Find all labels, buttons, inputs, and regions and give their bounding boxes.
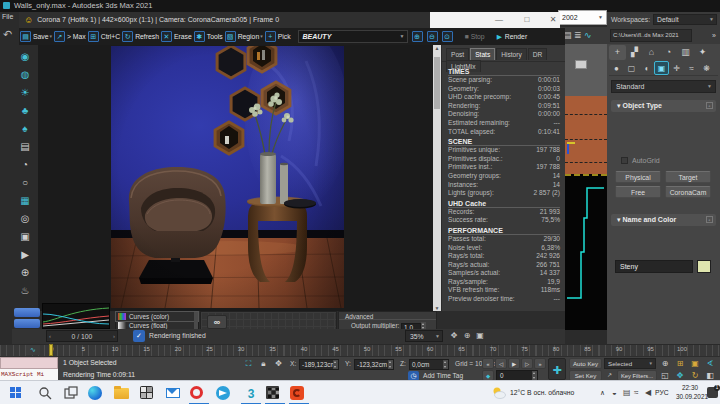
selection-set-dropdown[interactable]: Selected▼ (604, 358, 656, 369)
zoom-all-icon[interactable]: ⊞ (673, 358, 687, 369)
tray-display-icon[interactable]: ▤ (623, 388, 631, 397)
track-bar[interactable]: 0510152025303540455055606570758085909510… (0, 344, 720, 356)
tab-display[interactable]: ▥ (677, 45, 694, 60)
corona-light-material-icon[interactable]: ◎ (12, 210, 38, 228)
corona-interactive-icon[interactable]: ▶ (12, 246, 38, 264)
3dsmax-icon[interactable]: 3 (242, 384, 260, 402)
viewport-fragment[interactable] (565, 44, 607, 174)
autogrid-checkbox[interactable]: AutoGrid (621, 157, 660, 164)
vfb-titlebar[interactable]: ☺Corona 7 (Hotfix 1) | 442×600px (1:1) |… (19, 12, 430, 28)
x-coordinate-field[interactable]: -189,123cm (299, 359, 339, 370)
corona-teapot-icon[interactable]: ♨ (12, 282, 38, 300)
cat-spacewarps[interactable]: ≈ (684, 62, 699, 76)
opera-icon[interactable] (190, 384, 208, 402)
region-button[interactable]: ▧Region▾ (225, 30, 263, 43)
cat-geometry[interactable]: ● (609, 62, 624, 76)
rollout-object-type[interactable]: ▾ Object Type▫ (611, 100, 716, 112)
go-start-button[interactable]: « (482, 358, 494, 369)
cat-cameras[interactable]: ▣ (654, 61, 669, 75)
weather-text[interactable]: 12°C В осн. облачно (510, 389, 574, 396)
to-max-button[interactable]: ↗> Max (54, 30, 86, 43)
map-type-item[interactable]: Curves (color) (116, 312, 198, 321)
rollout-name-color[interactable]: ▾ Name and Color▫ (611, 214, 716, 226)
undo-icon[interactable]: ↶ (3, 28, 12, 41)
vfb-tab-post[interactable]: Post (446, 48, 469, 60)
store-icon[interactable] (140, 384, 158, 402)
vfb-tab-dr[interactable]: DR (528, 48, 548, 60)
tray-expand-icon[interactable]: ∧ (600, 389, 605, 397)
search-icon[interactable]: ∞ (207, 315, 227, 329)
spinner[interactable] (443, 360, 448, 369)
tray-network-icon[interactable]: ≈ (634, 388, 638, 397)
edge-icon[interactable] (88, 384, 106, 402)
corona-region-icon[interactable]: ▣ (12, 228, 38, 246)
isolate-selection-icon[interactable]: ⛶ (243, 359, 254, 369)
refresh-button[interactable]: ↻Refresh (122, 30, 159, 43)
menu-file[interactable]: File (2, 13, 13, 20)
minimize-button[interactable]: — (488, 12, 510, 28)
next-frame-button[interactable]: ▷ (521, 358, 533, 369)
tools-button[interactable]: ✱Tools (194, 30, 223, 43)
go-end-button[interactable]: » (534, 358, 546, 369)
task-view-icon[interactable] (62, 384, 80, 402)
region-tool-icon[interactable]: ▣ (474, 330, 486, 342)
zoom-tool-icon[interactable]: ⊕ (461, 330, 473, 342)
button-target[interactable]: Target (665, 171, 711, 183)
zoom-extents-icon[interactable]: ▣ (688, 358, 702, 369)
stop-button[interactable]: ■Stop (457, 30, 485, 43)
telegram-icon[interactable] (216, 384, 234, 402)
zoom-fit-button[interactable]: ⊙ (442, 30, 455, 43)
corona-light-icon[interactable]: ◍ (12, 66, 38, 84)
play-button[interactable]: ▶ (508, 358, 520, 369)
cat-shapes[interactable]: ▢ (624, 62, 639, 76)
corona-proxy-icon[interactable]: ♠ (12, 120, 38, 138)
fov-icon[interactable]: ∢ (703, 358, 717, 369)
toolbar-overflow[interactable]: » (712, 27, 716, 44)
vfb-tab-history[interactable]: History (496, 48, 527, 60)
create-key-button[interactable]: ✚ (548, 358, 566, 380)
vfb-tab-stats[interactable]: Stats (470, 48, 495, 60)
close-button[interactable]: ✕ (542, 12, 564, 28)
cat-lights[interactable]: ◖ (639, 62, 654, 76)
mini-curve-editor-toggle[interactable]: ∿ (26, 345, 40, 355)
corona-layered-material-icon[interactable]: ▦ (12, 192, 38, 210)
zoom-out-button[interactable]: ⊖ (427, 30, 440, 43)
object-name-field[interactable]: Steny (615, 260, 693, 273)
corona-ring-icon[interactable]: ○ (12, 174, 38, 192)
tab-hierarchy[interactable]: ⌂ (643, 45, 660, 60)
corona-bitmap-icon[interactable]: ▤ (12, 138, 38, 156)
layers-icon[interactable]: ≣ (574, 30, 582, 40)
corona-target-icon[interactable]: ⊕ (12, 264, 38, 282)
blue-button[interactable] (14, 319, 40, 328)
blue-button[interactable] (14, 308, 40, 317)
button-coronacam[interactable]: CoronaCam (665, 186, 711, 198)
maximize-button[interactable]: □ (516, 12, 538, 28)
render-button[interactable]: ▶Render (487, 30, 528, 43)
language-indicator[interactable]: РУС (655, 389, 669, 404)
scrollbar-thumb[interactable] (434, 57, 440, 109)
pick-button[interactable]: +Pick (265, 30, 291, 43)
notification-icon[interactable]: 1 (707, 387, 718, 398)
zoom-in-button[interactable]: ⊕ (412, 30, 425, 43)
corona-scatter-icon[interactable]: ♣ (12, 102, 38, 120)
clock[interactable]: 22:30 30.09.2021 (676, 384, 704, 401)
scroll-up-icon[interactable]: ▲ (433, 45, 441, 51)
vfb-zoom-dropdown[interactable]: 35%▼ (405, 330, 443, 342)
maxscript-mini-listener[interactable] (0, 357, 58, 369)
spinner[interactable] (333, 360, 338, 369)
selection-lock-icon[interactable]: 🔒︎ (258, 359, 269, 369)
save-button[interactable]: ▤Save▾ (20, 30, 52, 43)
file-explorer-icon[interactable] (114, 384, 132, 402)
curve-editor-icon[interactable]: ∿ (584, 30, 592, 40)
category-dropdown[interactable]: Standard▼ (611, 80, 716, 93)
zoom-icon[interactable]: ⊕ (658, 358, 672, 369)
project-folder-dropdown[interactable]: C:\Users\fl..ds Max 2021 (610, 29, 692, 42)
tab-modify[interactable]: ▞ (626, 45, 643, 60)
range-right-arrow[interactable]: › (113, 331, 115, 342)
tray-app-icon[interactable]: ◒ (612, 388, 617, 397)
auto-key-button[interactable]: Auto Key (569, 358, 602, 369)
orange-app-icon[interactable] (290, 384, 308, 402)
z-coordinate-field[interactable]: 0,0cm (409, 359, 449, 370)
absolute-mode-icon[interactable]: ✥ (273, 359, 284, 369)
curve-editor-panel[interactable] (565, 174, 607, 330)
